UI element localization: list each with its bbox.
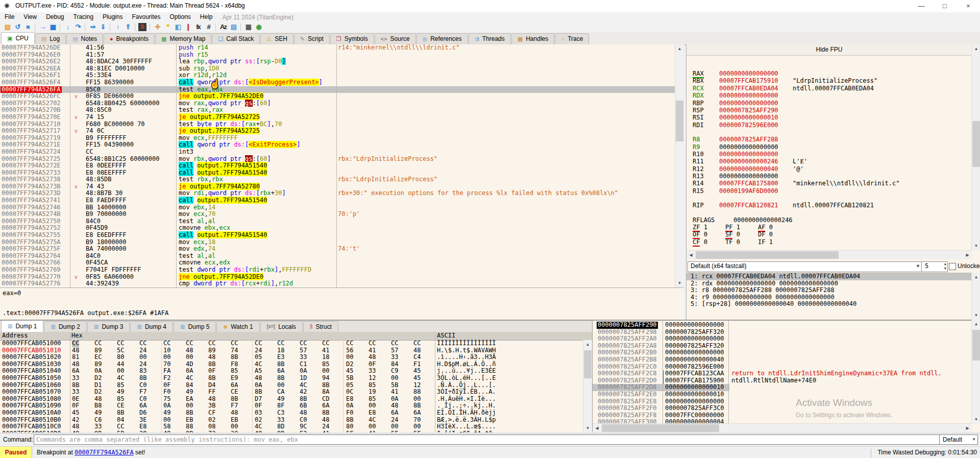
pause-icon[interactable]: ▮▮ <box>47 22 58 32</box>
hex-byte[interactable]: 0A <box>346 402 353 409</box>
hex-byte[interactable]: E3 <box>277 354 284 361</box>
hex-byte[interactable]: A5 <box>255 368 262 375</box>
hex-byte[interactable]: 5C <box>117 347 124 354</box>
hex-byte[interactable]: 48 <box>322 417 329 424</box>
disasm-row[interactable]: 00007FF794A526E041:57push r15 <box>0 52 684 59</box>
hex-byte[interactable]: 33 <box>277 417 284 424</box>
hex-byte[interactable]: 0F <box>369 361 376 368</box>
stack-row[interactable]: 0000007825AFF2A80000007825AFF320 <box>593 343 980 350</box>
hex-byte[interactable]: C6 <box>94 417 102 424</box>
globe-icon[interactable]: ◉ <box>253 22 263 32</box>
hex-byte[interactable]: 8B <box>186 430 193 432</box>
disasm-row[interactable]: 00007FF794A526FCv0F85 DE060000jne output… <box>0 93 684 100</box>
hex-byte[interactable]: 8D <box>277 423 284 430</box>
calling-convention-dropdown[interactable]: Default (x64 fastcall) ▼ <box>688 261 923 272</box>
hex-byte[interactable]: F2 <box>163 375 170 382</box>
patch-icon[interactable]: ✚ <box>152 22 162 32</box>
hex-byte[interactable]: 48 <box>369 354 376 361</box>
register-row-r8[interactable]: R80000007825AFF288 <box>687 136 972 143</box>
hex-byte[interactable]: 49 <box>117 389 124 396</box>
dump-row[interactable]: 00007FFCAB0510608BD185C00F84D46A0A004C8B… <box>0 382 592 389</box>
hex-byte[interactable]: EB <box>186 417 193 424</box>
hex-byte[interactable]: C3 <box>277 409 284 417</box>
disasm-row[interactable]: 00007FF794A52741E8 FAEDFFFFcall output.7… <box>0 197 684 204</box>
hex-byte[interactable]: 57 <box>391 347 398 354</box>
hex-byte[interactable]: CC <box>117 423 124 430</box>
scroll-left-icon[interactable]: ◀ <box>687 251 695 259</box>
hex-byte[interactable]: 42 <box>72 417 79 424</box>
scroll-up-icon[interactable]: ▲ <box>583 340 592 349</box>
tab-dump-5[interactable]: ▥Dump 5 <box>174 321 216 332</box>
hex-byte[interactable]: 18 <box>322 354 329 361</box>
tab-references[interactable]: ◎References <box>416 33 468 44</box>
hex-byte[interactable]: 8B <box>186 409 193 417</box>
hex-byte[interactable]: 85 <box>231 368 238 375</box>
hex-byte[interactable]: 89 <box>208 347 215 354</box>
scroll-down-icon[interactable]: ▼ <box>972 415 980 424</box>
dump-row[interactable]: 00007FFCAB0510406A0A0083FA0A0F85A56A0A00… <box>0 368 592 375</box>
tab-memory-map[interactable]: ▦Memory Map <box>155 33 211 44</box>
hex-byte[interactable]: 4C <box>186 375 193 382</box>
close-icon[interactable]: ■ <box>22 22 33 32</box>
hex-byte[interactable]: 03 <box>255 409 262 417</box>
hex-byte[interactable]: E8 <box>139 423 146 430</box>
tab-script[interactable]: ✎Script <box>294 33 330 44</box>
hex-byte[interactable]: 00 <box>231 423 238 430</box>
hex-byte[interactable]: 00 <box>413 423 421 430</box>
tab-notes[interactable]: ▤Notes <box>66 33 103 44</box>
hex-byte[interactable]: 02 <box>255 417 262 424</box>
scroll-down-icon[interactable]: ▼ <box>972 242 980 250</box>
hex-byte[interactable]: CC <box>163 340 170 347</box>
hex-byte[interactable]: 00 <box>369 423 376 430</box>
hex-byte[interactable]: 6B <box>300 402 307 409</box>
scroll-right-icon[interactable]: ▶ <box>963 424 972 432</box>
hex-byte[interactable]: 41 <box>369 347 376 354</box>
scroll-down-icon[interactable]: ▼ <box>972 311 980 320</box>
hex-byte[interactable]: 4C <box>369 417 376 424</box>
register-row-rsp[interactable]: RSP0000007825AFF290 <box>687 107 972 114</box>
flag-tf[interactable]: TF 0 <box>725 238 740 246</box>
dump-row[interactable]: 00007FFCAB051000CCCCCCCCCCCCCCCCCCCCCCCC… <box>0 340 592 347</box>
argument-row[interactable]: 1: rcx 00007FFCAB0EDA04 ntdll.00007FFCAB… <box>687 273 972 280</box>
run-to-user-code-icon[interactable]: ⇑ <box>122 22 133 32</box>
hash-icon[interactable]: # <box>203 22 213 32</box>
argument-row[interactable]: 5: [rsp+28] 0000000000000040 00000000000… <box>687 301 972 308</box>
hex-byte[interactable]: 49 <box>255 430 262 432</box>
disasm-row[interactable]: 00007FF794A5274BB9 70000000mov ecx,7070:… <box>0 211 684 218</box>
hex-byte[interactable]: 00 <box>186 354 193 361</box>
hex-byte[interactable]: 0C <box>346 389 353 396</box>
tab-dump-2[interactable]: ▥Dump 2 <box>44 321 86 332</box>
hex-byte[interactable]: F0 <box>346 409 353 417</box>
stack-row[interactable]: 0000007825AFF2C800007FFCAB123CAAreturn t… <box>593 370 980 377</box>
hex-byte[interactable]: 19 <box>369 389 376 396</box>
hex-byte[interactable]: 8B <box>231 396 238 403</box>
hex-byte[interactable]: 80 <box>346 423 353 430</box>
menu-item-plugins[interactable]: Plugins <box>98 12 127 22</box>
hex-byte[interactable]: EC <box>94 354 102 361</box>
hex-byte[interactable]: 33 <box>72 375 79 382</box>
hide-fpu-button[interactable]: Hide FPU <box>687 44 972 56</box>
hex-byte[interactable]: 73 <box>208 430 215 432</box>
disasm-row[interactable]: 00007FF794A527660F45CAcmovne ecx,edx <box>0 259 684 267</box>
hex-byte[interactable]: 48 <box>300 409 307 417</box>
hex-byte[interactable]: 8B <box>231 354 238 361</box>
hex-byte[interactable]: 8B <box>139 375 146 382</box>
tab-log[interactable]: ▤Log <box>35 33 66 44</box>
dump-row[interactable]: 00007FFCAB05105033D24C8BF24C8BE9488B1D94… <box>0 375 592 382</box>
scrollbar-thumb[interactable] <box>602 424 719 432</box>
dump-row[interactable]: 00007FFCAB05107033D249F7F049FFCE8BCA428A… <box>0 389 592 396</box>
hex-byte[interactable]: 80 <box>117 354 124 361</box>
tab-dump-3[interactable]: ▥Dump 3 <box>87 321 130 332</box>
dump-row[interactable]: 00007FFCAB05103048894424704D8BF84C8BC185… <box>0 361 592 368</box>
hex-byte[interactable]: D4 <box>208 382 215 389</box>
hex-byte[interactable]: 00 <box>322 368 329 375</box>
hex-byte[interactable]: 48 <box>391 402 398 409</box>
hex-byte[interactable]: CC <box>231 340 238 347</box>
register-row-rbp[interactable]: RBP0000000000000000 <box>687 100 972 107</box>
hex-byte[interactable]: 48 <box>255 375 262 382</box>
tab-dump-1[interactable]: ▥Dump 1 <box>1 320 43 332</box>
disasm-row[interactable]: 00007FF794A5277644:392439cmp dword ptr d… <box>0 280 684 287</box>
hex-byte[interactable]: FF <box>208 389 215 396</box>
hex-byte[interactable]: 41 <box>391 389 398 396</box>
disasm-row[interactable]: 00007FF794A526DE41:56push r14r14:"minker… <box>0 44 684 52</box>
